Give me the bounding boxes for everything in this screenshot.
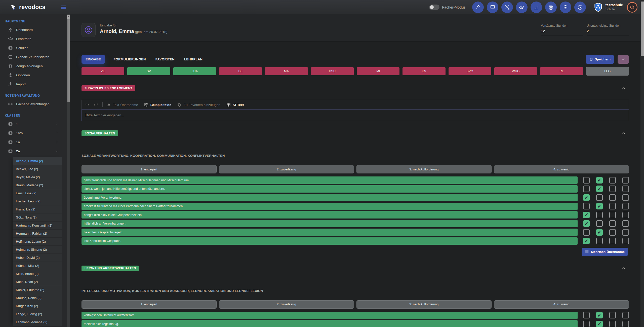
rating-checkbox[interactable] xyxy=(609,212,616,218)
bar-chart-icon[interactable] xyxy=(531,2,542,13)
rating-checkbox[interactable] xyxy=(583,312,590,318)
criterion-text-bar[interactable]: gehst freundlich und höflich mit deinen … xyxy=(82,176,578,184)
subject-button[interactable]: RL xyxy=(540,67,583,75)
subject-button[interactable]: ZE xyxy=(82,67,124,75)
rating-checkbox[interactable] xyxy=(596,229,603,236)
clock-icon[interactable] xyxy=(574,2,586,13)
student-item[interactable]: Arnold, Emma (2) xyxy=(13,157,62,165)
rating-checkbox[interactable] xyxy=(609,220,616,227)
student-item[interactable]: Krüger, Karl (2) xyxy=(13,302,62,310)
rating-checkbox[interactable] xyxy=(583,212,590,218)
rating-header-button[interactable]: 4: zu wenig xyxy=(494,165,629,173)
sidebar-item[interactable]: Fächer-Gewichtungen xyxy=(0,99,67,108)
student-item[interactable]: Hofmann, Simone (2) xyxy=(13,246,62,253)
student-item[interactable]: Hoffmann, Leano (2) xyxy=(13,238,62,245)
tab[interactable]: FAVORITEN xyxy=(155,55,175,64)
rating-checkbox[interactable] xyxy=(609,229,616,236)
rating-checkbox[interactable] xyxy=(622,321,629,327)
tab[interactable]: FORMULIERUNGEN xyxy=(113,55,146,64)
criterion-text-bar[interactable]: arbeitest zielführend mit einer Partneri… xyxy=(82,203,578,210)
rating-checkbox[interactable] xyxy=(622,177,629,184)
rating-checkbox[interactable] xyxy=(609,186,616,192)
student-item[interactable]: Becker, Leo (2) xyxy=(13,165,62,173)
rating-checkbox[interactable] xyxy=(622,220,629,227)
chat-bubble-icon[interactable] xyxy=(487,2,498,13)
student-item[interactable]: Krause, Robin (2) xyxy=(13,294,62,302)
zu-favoriten-button[interactable]: Zu Favoriten hinzufügen xyxy=(177,103,220,107)
beispieltexte-button[interactable]: Beispieltexte xyxy=(144,103,171,107)
student-item[interactable]: Hartmann, Konstantin (2) xyxy=(13,222,62,229)
student-item[interactable]: Beyer, Malea (2) xyxy=(13,173,62,181)
rating-checkbox[interactable] xyxy=(609,312,616,318)
rating-checkbox[interactable] xyxy=(609,203,616,209)
student-item[interactable]: Götz, Nora (2) xyxy=(13,213,62,221)
rating-checkbox[interactable] xyxy=(622,238,629,244)
rating-checkbox[interactable] xyxy=(583,238,590,244)
sidebar-scrollbar[interactable]: ▲ xyxy=(67,14,70,327)
rating-checkbox[interactable] xyxy=(583,321,590,327)
user-avatar[interactable] xyxy=(627,2,637,13)
chevron-up-icon[interactable] xyxy=(621,131,626,136)
ki-text-button[interactable]: KI-Text xyxy=(226,103,244,107)
rating-checkbox[interactable] xyxy=(596,212,603,218)
sidebar-item[interactable]: 1/2b xyxy=(0,128,67,137)
student-item[interactable]: Ernst, Lina (2) xyxy=(13,189,62,197)
section-badge-lernverhalten[interactable]: LERN- UND ARBEITSVERHALTEN xyxy=(82,266,139,271)
student-item[interactable]: Fischer, Leon (2) xyxy=(13,197,62,205)
criterion-text-bar[interactable]: hältst dich an Vereinbarungen. xyxy=(82,220,578,227)
rating-header-button[interactable]: 3: nach Aufforderung xyxy=(356,165,492,173)
sidebar-item[interactable]: 1a xyxy=(0,137,67,147)
chevron-up-icon[interactable] xyxy=(621,86,626,91)
rating-checkbox[interactable] xyxy=(622,312,629,318)
student-item[interactable]: Hübner, Mila (2) xyxy=(13,262,62,270)
rating-checkbox[interactable] xyxy=(596,321,603,327)
rating-header-button[interactable]: 2: zuverlässig xyxy=(219,165,354,173)
rating-checkbox[interactable] xyxy=(622,229,629,236)
student-item[interactable]: Braun, Marlene (2) xyxy=(13,181,62,189)
subject-button[interactable]: LEG xyxy=(586,67,629,75)
scroll-up-arrow[interactable]: ▲ xyxy=(67,15,70,19)
chevron-up-icon[interactable] xyxy=(621,266,626,271)
student-item[interactable]: Klein, Bruno (2) xyxy=(13,270,62,278)
subject-button[interactable]: MI xyxy=(357,67,399,75)
apps-grid-icon[interactable] xyxy=(560,2,571,13)
page-scrollbar[interactable] xyxy=(640,0,644,327)
tab[interactable]: EINGABE xyxy=(82,55,105,64)
sidebar-item[interactable]: Import xyxy=(0,80,67,89)
sidebar-item[interactable]: 2a xyxy=(0,147,67,156)
save-dropdown-button[interactable] xyxy=(618,55,629,64)
tools-icon[interactable] xyxy=(501,2,513,13)
undo-icon[interactable] xyxy=(85,102,90,107)
rating-checkbox[interactable] xyxy=(622,212,629,218)
sidebar-item[interactable]: Dashboard xyxy=(0,25,67,34)
student-item[interactable]: Lange, Ludwig (2) xyxy=(13,310,62,318)
text-uebernahme-button[interactable]: Text-Übernahme xyxy=(107,103,138,107)
sidebar-item[interactable]: 1 xyxy=(0,119,67,128)
tab[interactable]: LEHRPLAN xyxy=(184,55,203,64)
subject-button[interactable]: WUG xyxy=(494,67,537,75)
scrollbar-thumb[interactable] xyxy=(641,2,644,56)
criterion-text-bar[interactable]: beachtest Gesprächsregeln. xyxy=(82,229,578,236)
text-input[interactable]: Bitte Text hier eingeben... xyxy=(82,109,629,121)
rating-checkbox[interactable] xyxy=(596,238,603,244)
rating-header-button[interactable]: 1: engagiert xyxy=(82,165,217,173)
eye-icon[interactable] xyxy=(516,2,528,13)
sidebar-item[interactable]: Schüler xyxy=(0,43,67,52)
student-item[interactable]: Franz, Lia (2) xyxy=(13,205,62,213)
student-item[interactable]: Koch, Noah (2) xyxy=(13,278,62,286)
rating-checkbox[interactable] xyxy=(596,177,603,184)
rating-checkbox[interactable] xyxy=(583,186,590,192)
rating-header-button[interactable]: 2: zuverlässig xyxy=(219,300,354,309)
rating-checkbox[interactable] xyxy=(596,220,603,227)
criterion-text-bar[interactable]: siehst, wenn jemand Hilfe benötigt und u… xyxy=(82,185,578,193)
rating-checkbox[interactable] xyxy=(622,203,629,209)
faecher-modus-toggle[interactable] xyxy=(429,5,439,10)
criterion-text-bar[interactable]: löst Konflikte im Gespräch. xyxy=(82,237,578,245)
rating-checkbox[interactable] xyxy=(609,194,616,201)
subject-button[interactable]: LUA xyxy=(173,67,216,75)
rating-header-button[interactable]: 1: engagiert xyxy=(82,300,217,309)
sidebar-item[interactable]: Optionen xyxy=(0,70,67,80)
scrollbar-thumb[interactable] xyxy=(67,19,70,102)
subject-button[interactable]: HSU xyxy=(311,67,354,75)
redo-icon[interactable] xyxy=(94,102,98,107)
